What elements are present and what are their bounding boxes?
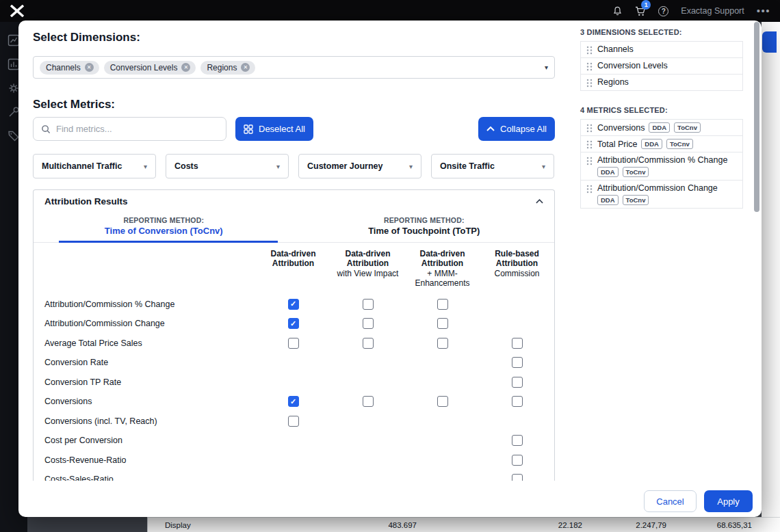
metric-badge-tocnv: ToCnv [623,167,649,177]
checkbox-unchecked[interactable] [288,416,299,427]
metric-row-average-total-price-sales: Average Total Price Sales [34,334,554,354]
dimensions-multiselect[interactable]: Channels✕Conversion Levels✕Regions✕ ▾ [33,56,555,79]
category-label: Onsite Traffic [440,161,495,171]
checkbox-unchecked[interactable] [437,299,448,310]
modal-scrollbar[interactable] [754,22,759,514]
checkbox-unchecked[interactable] [512,455,523,466]
tab-eyebrow: REPORTING METHOD: [294,216,555,224]
checkbox-cell [405,299,480,310]
column-header-data-driven-attribution-with-view-impact: Data-driven Attributionwith View Impact [330,249,405,289]
checkbox-unchecked[interactable] [512,396,523,407]
selected-metrics-title: 4 METRICS SELECTED: [580,106,743,114]
checkbox-checked[interactable] [288,396,299,407]
category-dropdown-customer-journey[interactable]: Customer Journey▾ [298,154,421,178]
tab-time-of-touchpoint-totp[interactable]: REPORTING METHOD:Time of Touchpoint (ToT… [294,213,555,242]
dimension-chip-conversion-levels[interactable]: Conversion Levels✕ [104,61,196,75]
drag-handle-icon[interactable] [586,122,593,133]
chevron-down-icon[interactable]: ▾ [545,64,548,71]
metric-badge-dda: DDA [597,167,619,177]
selected-dimension-regions[interactable]: Regions [581,75,742,91]
checkbox-cell [480,435,554,446]
exactag-logo[interactable] [10,5,25,17]
attribution-panel-title: Attribution Results [44,196,128,207]
cart-icon[interactable]: 1 [635,6,646,16]
checkbox-unchecked[interactable] [363,299,374,310]
dimension-chip-regions[interactable]: Regions✕ [200,61,255,75]
tab-label: Time of Touchpoint (ToTP) [294,226,555,236]
apply-button[interactable]: Apply [704,490,753,512]
checkbox-unchecked[interactable] [512,357,523,368]
background-button-fragment[interactable] [762,31,777,53]
background-page-strip [762,22,780,517]
checkbox-checked[interactable] [288,299,299,310]
checkbox-unchecked[interactable] [437,338,448,349]
metric-row-costs-sales-ratio: Costs-Sales-Ratio [34,470,554,481]
metrics-search[interactable] [33,117,226,141]
metric-row-conversion-rate: Conversion Rate [34,353,554,373]
chevron-down-icon: ▾ [409,163,413,170]
select-dimensions-modal: Select Dimensions: Channels✕Conversion L… [18,21,762,517]
cart-badge: 1 [641,0,651,10]
metric-row-attribution-commission-change: Attribution/Commission % Change [34,295,554,315]
drag-handle-icon[interactable] [586,183,593,194]
selected-metric-total-price[interactable]: Total PriceDDAToCnv [581,136,742,152]
selected-metric-attribution-commission-change[interactable]: Attribution/Commission % ChangeDDAToCnv [581,152,742,181]
selected-dimension-channels[interactable]: Channels [581,42,742,58]
drag-handle-icon[interactable] [586,139,593,149]
dimension-chip-label: Conversion Levels [110,63,178,72]
checkbox-unchecked[interactable] [437,396,448,407]
checkbox-cell [480,396,554,407]
tab-time-of-conversion-tocnv[interactable]: REPORTING METHOD:Time of Conversion (ToC… [34,213,294,242]
checkbox-unchecked[interactable] [512,474,523,481]
dimension-chip-channels[interactable]: Channels✕ [40,61,99,75]
checkbox-unchecked[interactable] [437,318,448,329]
bell-icon[interactable] [612,5,623,16]
metric-row-label: Attribution/Commission % Change [34,300,256,309]
category-dropdown-onsite-traffic[interactable]: Onsite Traffic▾ [431,154,554,178]
drag-handle-icon[interactable] [586,61,593,71]
checkbox-cell [405,338,480,349]
cancel-button[interactable]: Cancel [644,490,697,512]
deselect-all-button[interactable]: Deselect All [235,117,313,141]
drag-handle-icon[interactable] [586,44,593,55]
scrollbar-thumb[interactable] [754,22,759,212]
background-table-row: Display 483.69722.1822.247,7968.635,31 [147,517,780,532]
column-header-data-driven-attribution-mmm-enhancements: Data-driven Attribution+ MMM-Enhancement… [405,249,480,289]
chevron-up-icon [486,127,495,131]
selected-dimension-conversion-levels[interactable]: Conversion Levels [581,58,742,75]
collapse-section-icon[interactable] [536,199,543,204]
drag-handle-icon[interactable] [586,155,593,165]
category-dropdown-costs[interactable]: Costs▾ [166,154,289,178]
checkbox-cell [405,396,480,407]
more-icon[interactable]: ••• [757,8,770,14]
search-input[interactable] [56,124,218,134]
metric-row-costs-revenue-ratio: Costs-Revenue-Ratio [34,451,554,470]
remove-chip-icon[interactable]: ✕ [181,63,190,72]
category-dropdown-multichannel-traffic[interactable]: Multichannel Traffic▾ [33,154,156,178]
selected-metric-conversions[interactable]: ConversionsDDAToCnv [581,120,742,136]
metric-badge-tocnv: ToCnv [674,122,701,133]
checkbox-unchecked[interactable] [363,396,374,407]
checkbox-unchecked[interactable] [512,338,523,349]
column-header-title: Data-driven Attribution [257,249,329,268]
checkbox-unchecked[interactable] [363,338,374,349]
support-link[interactable]: Exactag Support [681,6,744,16]
metric-badge-tocnv: ToCnv [623,195,649,205]
remove-chip-icon[interactable]: ✕ [241,63,250,72]
screen: 1 ? Exactag Support ••• Display 483.6972… [0,0,780,532]
metric-row-conversion-tp-rate: Conversion TP Rate [34,373,554,393]
checkbox-checked[interactable] [288,318,299,329]
remove-chip-icon[interactable]: ✕ [85,63,94,72]
selected-metric-label: Total Price [597,139,637,149]
column-header-spacer [34,249,256,289]
topbar: 1 ? Exactag Support ••• [0,0,780,22]
checkbox-unchecked[interactable] [512,377,523,388]
collapse-all-button[interactable]: Collapse All [478,117,555,141]
checkbox-unchecked[interactable] [363,318,374,329]
selected-metric-attribution-commission-change[interactable]: Attribution/Commission ChangeDDAToCnv [581,181,742,209]
checkbox-unchecked[interactable] [288,338,299,349]
drag-handle-icon[interactable] [586,77,593,88]
help-icon[interactable]: ? [658,6,668,16]
checkbox-unchecked[interactable] [512,435,523,446]
dimension-chip-label: Channels [46,63,81,72]
